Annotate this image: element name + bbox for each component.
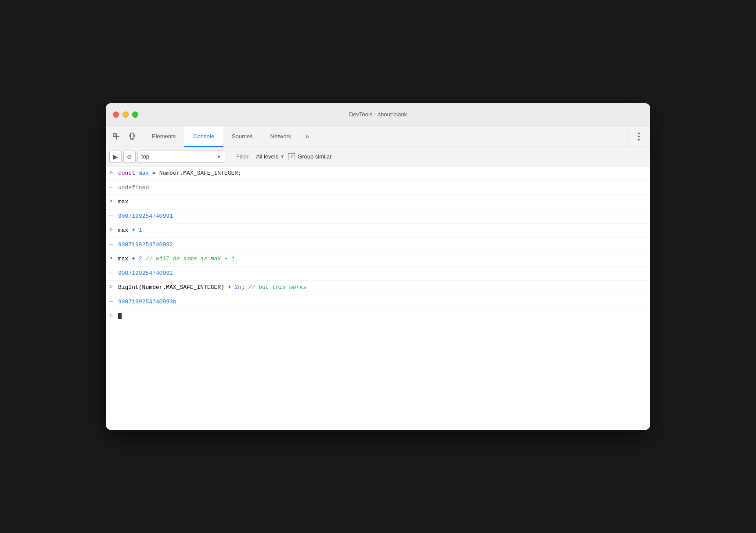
entry-content-8: 9007199254740992	[118, 269, 647, 278]
devtools-panel: Elements Console Sources Network »	[106, 126, 650, 430]
entry-content-5: max + 1	[118, 226, 647, 235]
console-entry-6: ← 9007199254740992	[106, 238, 650, 252]
entry-content-10: 9007199254740993n	[118, 298, 647, 306]
console-entry-10: ← 9007199254740993n	[106, 295, 650, 310]
devtools-window: DevTools - about:blank	[106, 103, 650, 430]
close-button[interactable]	[113, 112, 119, 118]
tab-sources[interactable]: Sources	[223, 126, 262, 147]
entry-content-1: const max = Number.MAX_SAFE_INTEGER;	[118, 169, 647, 178]
inspector-icon-button[interactable]	[109, 130, 123, 144]
output-arrow-2: ←	[109, 184, 118, 191]
titlebar: DevTools - about:blank	[106, 103, 650, 126]
console-output: > const max = Number.MAX_SAFE_INTEGER; ←…	[106, 166, 650, 430]
keyword-const: const	[118, 170, 135, 176]
entry-content-4: 9007199254740991	[118, 212, 647, 221]
input-arrow-3[interactable]: >	[109, 198, 118, 205]
entry-content-3: max	[118, 198, 647, 206]
entry-content-6: 9007199254740992	[118, 241, 647, 249]
svg-rect-0	[113, 133, 116, 136]
input-arrow-1[interactable]: >	[109, 169, 118, 176]
devtools-tabs: Elements Console Sources Network »	[143, 126, 627, 147]
group-similar-label: Group similar	[298, 153, 331, 160]
level-selector[interactable]: All levels ▼	[254, 153, 286, 160]
console-prompt-icon: >	[109, 313, 118, 319]
console-entry-4: ← 9007199254740991	[106, 209, 650, 224]
input-arrow-5[interactable]: >	[109, 226, 118, 233]
output-arrow-10: ←	[109, 298, 118, 305]
output-arrow-6: ←	[109, 241, 118, 248]
group-similar-container: ✓ Group similar	[288, 153, 331, 160]
filter-label: Filter	[233, 153, 252, 160]
console-cursor	[118, 313, 122, 319]
separator	[229, 151, 229, 162]
group-similar-checkbox[interactable]: ✓	[288, 153, 295, 160]
tab-console[interactable]: Console	[184, 126, 223, 147]
svg-rect-7	[134, 135, 135, 137]
svg-rect-3	[130, 133, 134, 139]
svg-rect-5	[132, 138, 133, 139]
devtools-toolbar: Elements Console Sources Network »	[106, 126, 650, 147]
level-arrow-icon: ▼	[280, 154, 284, 159]
console-entry-9: > BigInt(Number.MAX_SAFE_INTEGER) + 2n; …	[106, 281, 650, 295]
context-arrow-icon: ▼	[216, 154, 221, 159]
entry-content-9: BigInt(Number.MAX_SAFE_INTEGER) + 2n; //…	[118, 283, 647, 292]
context-selector[interactable]: top ▼	[137, 151, 225, 163]
toolbar-icons	[106, 126, 143, 147]
svg-rect-6	[130, 135, 130, 137]
block-button[interactable]: ⊘	[123, 151, 136, 163]
entry-content-2: undefined	[118, 184, 647, 192]
minimize-button[interactable]	[122, 112, 129, 118]
run-button[interactable]: ▶	[109, 151, 122, 163]
console-input-line: >	[106, 309, 650, 323]
console-entry-2: ← undefined	[106, 181, 650, 195]
console-entry-7: > max + 2 // will be same as max + 1	[106, 252, 650, 266]
devtools-menu-button[interactable]	[633, 130, 645, 143]
tab-network[interactable]: Network	[262, 126, 300, 147]
traffic-lights	[113, 112, 138, 118]
output-arrow-4: ←	[109, 212, 118, 219]
var-max: max	[139, 170, 149, 176]
more-tabs-button[interactable]: »	[300, 126, 314, 147]
vertical-dots-icon	[638, 133, 640, 140]
tab-elements[interactable]: Elements	[143, 126, 184, 147]
console-entry-8: ← 9007199254740992	[106, 266, 650, 281]
console-entry-3: > max	[106, 195, 650, 209]
output-arrow-8: ←	[109, 269, 118, 276]
input-arrow-9[interactable]: >	[109, 283, 118, 290]
device-toolbar-icon-button[interactable]	[125, 130, 139, 144]
window-title: DevTools - about:blank	[349, 111, 407, 118]
maximize-button[interactable]	[132, 112, 138, 118]
entry-content-7: max + 2 // will be same as max + 1	[118, 255, 647, 263]
console-toolbar: ▶ ⊘ top ▼ Filter All levels ▼ ✓ Group si…	[106, 147, 650, 166]
console-entry-5: > max + 1	[106, 223, 650, 238]
toolbar-right	[627, 126, 650, 147]
input-arrow-7[interactable]: >	[109, 255, 118, 262]
console-entry-1: > const max = Number.MAX_SAFE_INTEGER;	[106, 166, 650, 181]
